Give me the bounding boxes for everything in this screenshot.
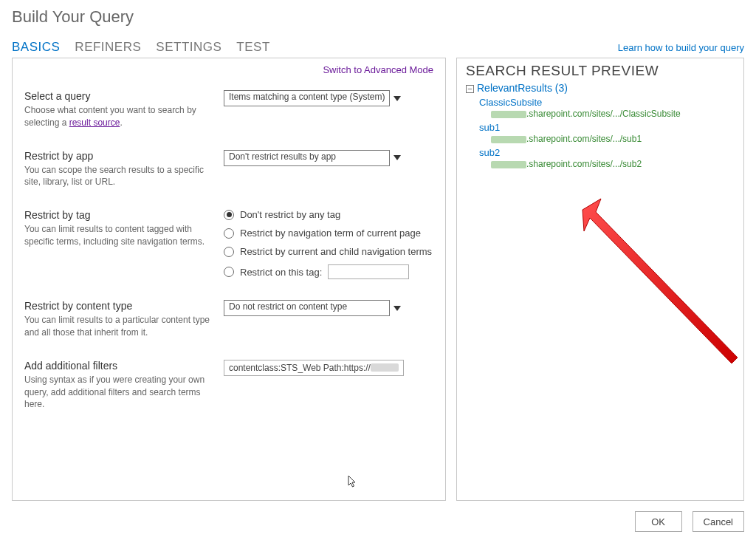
preview-title: SEARCH RESULT PREVIEW <box>466 63 736 79</box>
result-title[interactable]: ClassicSubsite <box>479 97 736 108</box>
redacted-text <box>491 136 526 143</box>
select-query-value: Items matching a content type (System) <box>224 90 404 106</box>
tab-test[interactable]: TEST <box>236 40 269 55</box>
result-url-text: .sharepoint.com/sites/.../ClassicSubsite <box>526 109 681 119</box>
radio-icon <box>224 228 234 239</box>
collapse-icon[interactable]: − <box>466 85 474 93</box>
add-filters-help: Using syntax as if you were creating you… <box>24 374 213 411</box>
restrict-app-help: You can scope the search results to a sp… <box>24 164 213 189</box>
tree-root: −RelevantResults (3) ClassicSubsite .sha… <box>466 82 736 169</box>
result-url-text: .sharepoint.com/sites/.../sub2 <box>526 159 642 169</box>
switch-to-advanced-link[interactable]: Switch to Advanced Mode <box>24 64 433 75</box>
select-query-help-suffix: . <box>120 117 122 128</box>
annotation-arrow-icon <box>553 177 745 383</box>
restrict-tag-help: You can limit results to content tagged … <box>24 223 213 248</box>
row-select-query: Select a query Choose what content you w… <box>24 90 433 129</box>
result-url-text: .sharepoint.com/sites/.../sub1 <box>526 134 642 144</box>
cancel-button[interactable]: Cancel <box>693 511 744 532</box>
svg-marker-0 <box>583 199 738 363</box>
restrict-tag-input[interactable] <box>328 264 409 279</box>
relevant-results-node[interactable]: RelevantResults (3) <box>477 82 568 94</box>
row-add-filters: Add additional filters Using syntax as i… <box>24 360 433 411</box>
result-item: ClassicSubsite .sharepoint.com/sites/...… <box>479 97 736 119</box>
result-source-link[interactable]: result source <box>69 117 120 128</box>
dialog-buttons: OK Cancel <box>12 511 744 532</box>
restrict-ct-title: Restrict by content type <box>24 300 213 312</box>
add-filters-value: contentclass:STS_Web Path:https:// <box>229 363 371 373</box>
add-filters-input[interactable]: contentclass:STS_Web Path:https:// <box>224 360 404 376</box>
restrict-app-title: Restrict by app <box>24 150 213 162</box>
result-item: sub1 .sharepoint.com/sites/.../sub1 <box>479 122 736 144</box>
radio-label: Don't restrict by any tag <box>240 209 340 220</box>
redacted-text <box>491 161 526 168</box>
restrict-ct-dropdown[interactable]: Do not restrict on content type <box>224 300 404 316</box>
ok-button[interactable]: OK <box>635 511 682 532</box>
row-restrict-ct: Restrict by content type You can limit r… <box>24 300 433 339</box>
redacted-text <box>371 363 399 372</box>
tab-refiners[interactable]: REFINERS <box>75 40 141 55</box>
select-query-title: Select a query <box>24 90 213 102</box>
tab-basics[interactable]: BASICS <box>12 40 60 55</box>
add-filters-title: Add additional filters <box>24 360 213 372</box>
select-query-help: Choose what content you want to search b… <box>24 104 213 129</box>
page-title: Build Your Query <box>12 7 744 27</box>
radio-child-nav[interactable]: Restrict by current and child navigation… <box>224 246 433 257</box>
restrict-tag-title: Restrict by tag <box>24 209 213 221</box>
radio-no-tag[interactable]: Don't restrict by any tag <box>224 209 433 220</box>
result-title[interactable]: sub1 <box>479 122 736 133</box>
result-url: .sharepoint.com/sites/.../sub2 <box>491 159 736 169</box>
radio-icon <box>224 267 234 277</box>
select-query-dropdown[interactable]: Items matching a content type (System) <box>224 90 404 106</box>
result-item: sub2 .sharepoint.com/sites/.../sub2 <box>479 147 736 169</box>
radio-icon <box>224 210 234 220</box>
row-restrict-tag: Restrict by tag You can limit results to… <box>24 209 433 279</box>
radio-nav-term[interactable]: Restrict by navigation term of current p… <box>224 228 433 239</box>
radio-label: Restrict on this tag: <box>240 267 322 278</box>
learn-link[interactable]: Learn how to build your query <box>618 42 744 53</box>
radio-label: Restrict by navigation term of current p… <box>240 228 421 239</box>
result-url: .sharepoint.com/sites/.../sub1 <box>491 134 736 144</box>
result-url: .sharepoint.com/sites/.../ClassicSubsite <box>491 109 736 119</box>
row-restrict-app: Restrict by app You can scope the search… <box>24 150 433 189</box>
radio-this-tag[interactable]: Restrict on this tag: <box>224 264 433 279</box>
tab-row: BASICS REFINERS SETTINGS TEST Learn how … <box>12 40 744 55</box>
cursor-icon <box>348 475 358 488</box>
tab-settings[interactable]: SETTINGS <box>156 40 221 55</box>
right-panel: SEARCH RESULT PREVIEW −RelevantResults (… <box>456 58 744 501</box>
radio-label: Restrict by current and child navigation… <box>240 246 432 257</box>
restrict-ct-value: Do not restrict on content type <box>224 300 404 316</box>
restrict-app-dropdown[interactable]: Don't restrict results by app <box>224 150 404 166</box>
tabs: BASICS REFINERS SETTINGS TEST <box>12 40 618 55</box>
restrict-tag-radios: Don't restrict by any tag Restrict by na… <box>224 209 433 279</box>
restrict-app-value: Don't restrict results by app <box>224 150 404 166</box>
result-title[interactable]: sub2 <box>479 147 736 158</box>
redacted-text <box>491 111 526 118</box>
left-panel: Switch to Advanced Mode Select a query C… <box>12 58 446 501</box>
radio-icon <box>224 247 234 257</box>
restrict-ct-help: You can limit results to a particular co… <box>24 314 213 339</box>
